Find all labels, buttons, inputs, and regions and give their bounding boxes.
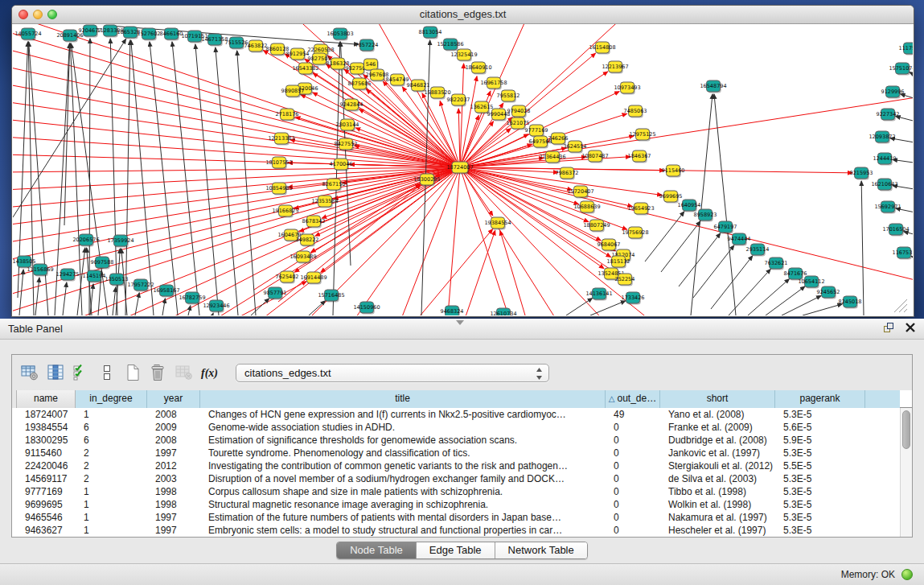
graph-node[interactable]: 9777169 (525, 125, 548, 138)
row-height-icon[interactable] (96, 363, 118, 382)
table-cell[interactable]: 6 (77, 434, 149, 447)
table-cell[interactable]: 5.3E-5 (777, 447, 867, 459)
graph-node[interactable]: 9115460 (662, 165, 685, 178)
graph-node[interactable]: 7955812 (497, 90, 520, 103)
table-cell[interactable]: Tourette syndrome. Phenomenology and cla… (202, 447, 607, 459)
table-cell[interactable]: 1998 (149, 485, 202, 498)
graph-node[interactable]: 9468324 (441, 306, 464, 315)
table-cell[interactable]: 1 (77, 524, 149, 537)
table-cell[interactable]: 0 (607, 421, 662, 434)
tab-network-table[interactable]: Network Table (495, 542, 587, 558)
table-cell[interactable]: Jankovic et al. (1997) (662, 447, 777, 459)
table-cell[interactable]: Corpus callosum shape and size in male p… (202, 485, 607, 498)
graph-node[interactable]: 14055724 (14, 28, 41, 41)
table-cell[interactable]: 9777169 (18, 485, 77, 498)
table-cell[interactable] (12, 434, 18, 447)
table-cell[interactable] (12, 524, 18, 537)
table-cell[interactable]: 1998 (149, 498, 202, 511)
graph-node[interactable]: 12610734 (490, 308, 516, 315)
table-cell[interactable]: 2 (77, 472, 149, 485)
table-cell[interactable] (867, 408, 901, 421)
graph-node[interactable]: 9890857 (281, 85, 305, 98)
graph-node[interactable]: 8813054 (419, 27, 442, 39)
graph-node[interactable]: 15716485 (318, 290, 344, 303)
table-row[interactable]: 1456911722003Disruption of a novel membe… (12, 472, 912, 485)
table-cell[interactable]: 5.3E-5 (777, 472, 867, 485)
graph-node[interactable]: 8245018 (839, 296, 862, 309)
graph-node[interactable]: 8678342 (302, 216, 326, 229)
scrollbar-thumb[interactable] (902, 410, 910, 449)
table-cell[interactable]: 5.3E-5 (777, 511, 867, 524)
table-cell[interactable] (12, 421, 18, 434)
table-cell[interactable]: 0 (607, 485, 662, 498)
network-canvas[interactable]: 1405572420891406920467711283309106532871… (13, 24, 913, 316)
table-cell[interactable]: 2 (77, 447, 149, 459)
graph-node[interactable]: 6497568 (529, 136, 552, 149)
graph-node[interactable]: 18107553 (265, 157, 292, 170)
table-cell[interactable]: 0 (607, 434, 662, 447)
graph-node[interactable]: 1846367 (628, 150, 651, 163)
delete-table-icon[interactable] (147, 363, 170, 382)
graph-node[interactable]: 1145194 (83, 270, 106, 283)
graph-node[interactable]: 16548794 (700, 80, 726, 93)
graph-node[interactable]: 15692971 (874, 201, 901, 214)
table-row[interactable]: 1872400712008Changes of HCN gene express… (12, 408, 912, 421)
graph-node[interactable]: 12975125 (629, 129, 655, 142)
table-cell[interactable]: 9463627 (18, 524, 77, 537)
select-rows-icon[interactable] (70, 363, 92, 382)
panel-drag-handle-icon[interactable] (456, 320, 464, 325)
graph-node[interactable]: 19756928 (622, 227, 648, 240)
graph-node[interactable]: 10854985 (265, 183, 292, 196)
table-cell[interactable]: 5.5E-5 (777, 459, 867, 472)
table-cell[interactable] (867, 498, 901, 511)
graph-node[interactable]: 16961758 (480, 77, 507, 90)
table-cell[interactable]: Disruption of a novel member of a sodium… (202, 472, 607, 485)
graph-node[interactable]: 18640910 (465, 62, 491, 75)
graph-node[interactable]: 9245652 (817, 286, 840, 299)
graph-node[interactable]: 1117530 (899, 43, 913, 56)
graph-node[interactable]: 9684067 (598, 239, 621, 252)
graph-node[interactable]: 2718176 (276, 109, 299, 122)
graph-node[interactable]: 15751074 (889, 63, 913, 76)
table-cell[interactable] (12, 447, 18, 459)
table-cell[interactable] (12, 408, 18, 421)
column-header-year[interactable]: year (147, 390, 200, 408)
table-cell[interactable] (12, 511, 18, 524)
table-cell[interactable]: 5.3E-5 (777, 408, 867, 421)
table-cell[interactable]: Embryonic stem cells: a model to study s… (202, 524, 607, 537)
table-cell[interactable]: 2008 (149, 434, 202, 447)
create-table-icon[interactable] (121, 363, 144, 382)
table-cell[interactable]: 0 (607, 511, 662, 524)
table-cell[interactable]: 19384554 (18, 421, 77, 434)
graph-node[interactable]: 9129996 (881, 86, 905, 99)
graph-node[interactable]: 16210643 (871, 179, 897, 192)
graph-node[interactable]: 10688639 (573, 201, 600, 214)
graph-node[interactable]: 19384554 (484, 217, 511, 230)
table-cell[interactable] (867, 524, 901, 537)
graph-node[interactable]: 17359924 (107, 235, 133, 248)
table-cell[interactable]: Yano et al. (2008) (662, 408, 777, 421)
table-cell[interactable]: Genome-wide association studies in ADHD. (202, 421, 607, 434)
graph-node[interactable]: 19166825 (272, 205, 298, 218)
table-cell[interactable]: 1 (77, 511, 149, 524)
table-row[interactable]: 1938455462009Genome-wide association stu… (12, 421, 912, 434)
graph-node[interactable]: 8454749 (386, 74, 409, 87)
table-row[interactable]: 946554611997Estimation of the future num… (12, 511, 912, 524)
graph-node[interactable]: 10807487 (581, 150, 608, 163)
column-header-short[interactable]: short (660, 390, 775, 408)
table-cell[interactable]: Investigating the contribution of common… (202, 459, 607, 472)
table-cell[interactable]: 9699695 (18, 498, 77, 511)
memory-status-indicator[interactable] (901, 569, 913, 580)
table-cell[interactable]: 1997 (149, 447, 202, 459)
graph-node[interactable]: 16154808 (589, 42, 615, 55)
graph-node[interactable]: 8215953 (850, 167, 873, 180)
table-cell[interactable]: Tibbo et al. (1998) (662, 485, 777, 498)
table-cell[interactable]: 18300295 (18, 434, 77, 447)
column-header-in_degree[interactable]: in_degree (76, 390, 147, 408)
graph-node[interactable]: 10654112 (798, 276, 824, 289)
graph-node[interactable]: 17016504 (882, 224, 909, 237)
table-row[interactable]: 969969511998Structural magnetic resonanc… (12, 498, 912, 511)
table-cell[interactable]: 2 (77, 459, 149, 472)
graph-node[interactable]: 16093489 (290, 251, 316, 264)
graph-node[interactable]: 8958923 (694, 209, 717, 222)
